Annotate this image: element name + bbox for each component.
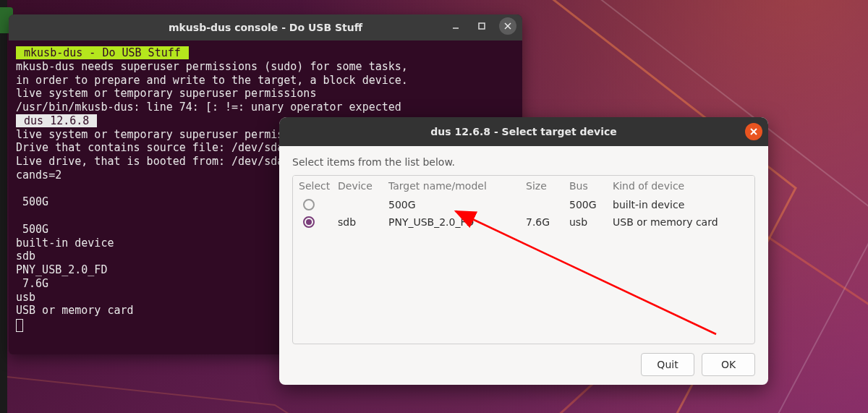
radio-icon[interactable] [303, 216, 315, 228]
terminal-line: live system or temporary superuser permi… [16, 128, 290, 141]
terminal-line: live system or temporary superuser permi… [16, 87, 316, 100]
terminal-line: sdb [16, 250, 35, 263]
terminal-line: cands=2 [16, 169, 61, 182]
col-header-model: Target name/model [388, 180, 526, 192]
col-header-device: Device [338, 180, 388, 192]
device-table-header: Select Device Target name/model Size Bus… [293, 176, 754, 196]
cell-bus: usb [569, 216, 613, 228]
dialog-title: dus 12.6.8 - Select target device [430, 126, 616, 137]
terminal-titlebar[interactable]: mkusb-dus console - Do USB Stuff [9, 14, 522, 41]
terminal-line: mkusb-dus needs superuser permissions (s… [16, 60, 408, 73]
device-row[interactable]: 500G 500G built-in device [293, 196, 754, 213]
terminal-line: USB or memory card [16, 304, 134, 317]
radio-icon[interactable] [303, 199, 315, 210]
terminal-line: PNY_USB_2.0_FD [16, 263, 107, 276]
terminal-line: in order to prepare and write to the tar… [16, 74, 408, 87]
cell-size: 7.6G [526, 216, 569, 228]
terminal-title: mkusb-dus console - Do USB Stuff [169, 22, 362, 33]
select-target-dialog: dus 12.6.8 - Select target device Select… [279, 117, 768, 385]
terminal-cursor [16, 319, 23, 332]
terminal-line: Drive that contains source file: /dev/sd… [16, 141, 284, 154]
terminal-line: Live drive, that is booted from: /dev/sd… [16, 155, 284, 168]
col-header-kind: Kind of device [613, 180, 749, 192]
terminal-line: built-in device [16, 237, 114, 250]
svg-rect-1 [479, 23, 485, 29]
terminal-highlight: mkusb-dus - Do USB Stuff [16, 46, 189, 59]
ok-button[interactable]: OK [702, 353, 755, 376]
dialog-titlebar[interactable]: dus 12.6.8 - Select target device [279, 117, 768, 146]
cell-model: PNY_USB_2.0_FD [388, 216, 526, 228]
cell-bus: 500G [569, 199, 613, 210]
cell-kind: built-in device [613, 199, 749, 210]
cell-device: sdb [338, 216, 388, 228]
dock-fragment [0, 0, 7, 413]
terminal-line: 500G [16, 195, 48, 208]
terminal-highlight: dus 12.6.8 [16, 114, 97, 127]
terminal-line: usb [16, 291, 35, 304]
terminal-line: 7.6G [16, 277, 48, 290]
dialog-close-button[interactable] [745, 123, 762, 140]
col-header-bus: Bus [569, 180, 613, 192]
col-header-size: Size [526, 180, 569, 192]
cell-kind: USB or memory card [613, 216, 749, 228]
terminal-line: 500G [16, 223, 48, 236]
device-table: Select Device Target name/model Size Bus… [292, 175, 755, 344]
terminal-line: /usr/bin/mkusb-dus: line 74: [: !=: unar… [16, 101, 401, 114]
window-minimize-button[interactable] [447, 17, 464, 35]
device-row[interactable]: sdb PNY_USB_2.0_FD 7.6G usb USB or memor… [293, 213, 754, 231]
window-maximize-button[interactable] [473, 17, 490, 35]
dialog-instruction: Select items from the list below. [292, 153, 755, 175]
window-close-button[interactable] [499, 17, 516, 35]
col-header-select: Select [299, 180, 338, 192]
quit-button[interactable]: Quit [641, 353, 694, 376]
cell-model: 500G [388, 199, 526, 210]
